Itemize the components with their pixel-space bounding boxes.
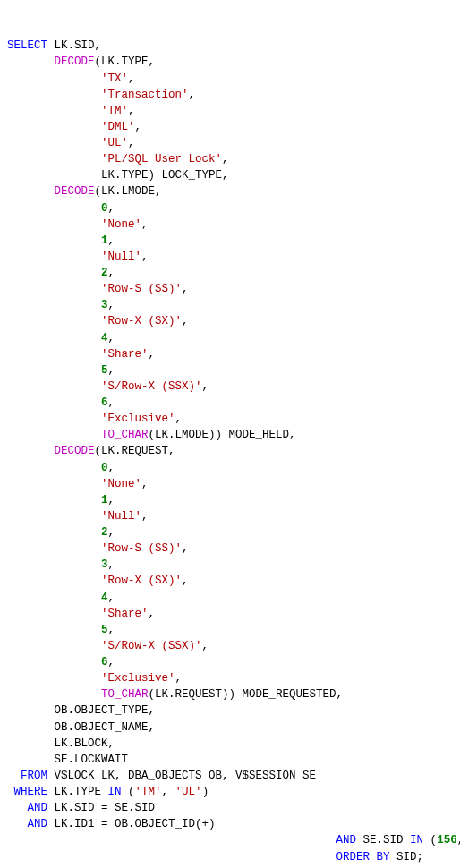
- comma: ,: [108, 332, 115, 345]
- comma: ,: [182, 283, 189, 295]
- str-literal: 'S/Row-X (SSX)': [101, 640, 202, 652]
- comma: ,: [222, 153, 229, 166]
- pad: [7, 380, 101, 393]
- num-literal: 5: [101, 624, 108, 636]
- pad: [7, 445, 55, 457]
- pad: [7, 591, 101, 604]
- pad: [7, 185, 55, 198]
- str-literal: 'UL': [175, 786, 202, 798]
- comma: ,: [141, 510, 149, 523]
- pad: [7, 688, 101, 701]
- str-literal: 'Exclusive': [101, 413, 175, 425]
- pad: [7, 608, 101, 620]
- comma: ,: [108, 591, 115, 604]
- kw-and: AND: [28, 802, 48, 814]
- pad: [7, 137, 101, 149]
- pad: [7, 834, 336, 847]
- str-literal: 'Null': [101, 251, 141, 263]
- comma: ,: [108, 462, 115, 474]
- kw-in: IN: [410, 834, 423, 847]
- paren: (: [122, 786, 135, 798]
- comma: ,: [189, 89, 196, 101]
- sql-code-block: SELECT LK.SID, DECODE(LK.TYPE, 'TX', 'Tr…: [7, 38, 453, 864]
- pad: [7, 72, 101, 85]
- expr: LK.BLOCK,: [55, 737, 115, 750]
- pad: [7, 283, 101, 295]
- pad: [7, 462, 101, 474]
- kw-select: SELECT: [7, 39, 47, 52]
- pad: [7, 851, 336, 864]
- str-literal: 'None': [101, 478, 141, 490]
- str-literal: 'Row-S (SS)': [101, 283, 182, 295]
- comma: ,: [149, 348, 156, 361]
- comma: ,: [202, 380, 209, 393]
- pad: [7, 640, 101, 652]
- comma: ,: [182, 315, 189, 328]
- kw-in: IN: [108, 786, 122, 798]
- kw-from: FROM: [21, 770, 47, 782]
- comma: ,: [108, 364, 115, 377]
- fn-decode: DECODE: [55, 55, 95, 68]
- num-literal: 0: [101, 462, 108, 474]
- paren: (: [423, 834, 437, 847]
- num-literal: 5: [101, 364, 108, 377]
- comma: ,: [108, 624, 115, 636]
- expr: OB.OBJECT_TYPE,: [55, 704, 156, 717]
- comma: ,: [175, 413, 183, 425]
- expr: (LK.LMODE)) MODE_HELD,: [149, 429, 296, 441]
- pad: [7, 348, 101, 361]
- pad: [7, 315, 101, 328]
- str-literal: 'Share': [101, 608, 149, 620]
- str-literal: 'DML': [101, 121, 135, 133]
- pad: [7, 558, 101, 571]
- pad: [7, 786, 14, 798]
- num-literal: 3: [101, 299, 108, 311]
- num-literal: 3: [101, 558, 108, 571]
- comma: ,: [457, 834, 460, 847]
- expr: LK.SID,: [47, 39, 101, 52]
- expr: LK.SID = SE.SID: [47, 802, 155, 814]
- num-literal: 4: [101, 591, 108, 604]
- num-literal: 4: [101, 332, 108, 345]
- comma: ,: [182, 542, 189, 555]
- comma: ,: [108, 396, 115, 409]
- comma: ,: [128, 72, 135, 85]
- pad: [7, 494, 101, 506]
- num-literal: 0: [101, 202, 108, 215]
- num-literal: 1: [101, 234, 108, 247]
- str-literal: 'TM': [135, 786, 162, 798]
- kw-orderby: ORDER BY: [336, 851, 390, 864]
- str-literal: 'Row-X (SX)': [101, 574, 182, 587]
- pad: [7, 802, 28, 814]
- pad: [7, 770, 21, 782]
- pad: [7, 153, 101, 166]
- pad: [7, 704, 55, 717]
- pad: [7, 526, 101, 539]
- comma: ,: [141, 218, 149, 231]
- pad: [7, 818, 28, 830]
- pad: [7, 267, 101, 279]
- pad: [7, 542, 101, 555]
- expr: V$LOCK LK, DBA_OBJECTS OB, V$SESSION SE: [47, 770, 316, 782]
- str-literal: 'TM': [101, 105, 128, 117]
- pad: [7, 672, 101, 685]
- comma: ,: [108, 234, 115, 247]
- expr: (LK.LMODE,: [95, 185, 162, 198]
- comma: ,: [108, 267, 115, 279]
- paren: ): [202, 786, 209, 798]
- str-literal: 'Row-X (SX)': [101, 315, 182, 328]
- comma: ,: [141, 478, 149, 490]
- pad: [7, 413, 101, 425]
- pad: [7, 737, 55, 750]
- comma: ,: [175, 672, 183, 685]
- fn-tochar: TO_CHAR: [101, 429, 149, 441]
- fn-tochar: TO_CHAR: [101, 688, 149, 701]
- pad: [7, 234, 101, 247]
- pad: [7, 396, 101, 409]
- str-literal: 'Null': [101, 510, 141, 523]
- num-literal: 2: [101, 526, 108, 539]
- pad: [7, 55, 55, 68]
- expr: (LK.TYPE,: [95, 55, 156, 68]
- str-literal: 'S/Row-X (SSX)': [101, 380, 202, 393]
- pad: [7, 121, 101, 133]
